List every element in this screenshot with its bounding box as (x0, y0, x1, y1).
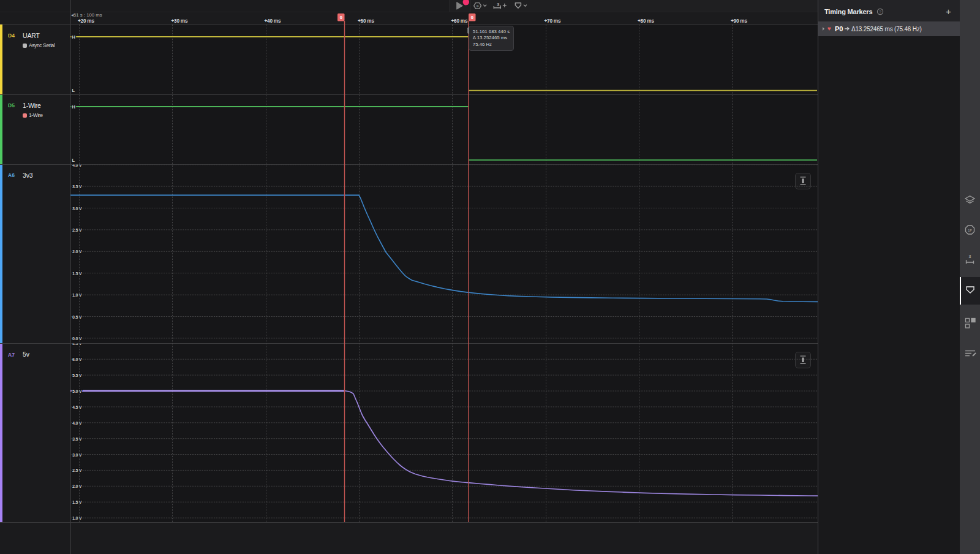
svg-text:6.5 V: 6.5 V (72, 341, 82, 346)
svg-text:4.5 V: 4.5 V (72, 404, 82, 410)
svg-text:2.5 V: 2.5 V (72, 468, 82, 473)
svg-text:2.0 V: 2.0 V (72, 484, 82, 489)
svg-text:0: 0 (471, 15, 473, 20)
svg-text:5.5 V: 5.5 V (72, 373, 82, 378)
svg-text:1F: 1F (968, 229, 972, 232)
svg-text:2.5 V: 2.5 V (72, 227, 82, 233)
svg-text:?: ? (879, 10, 881, 14)
svg-text:H: H (72, 34, 75, 40)
svg-text:+30 ms: +30 ms (172, 18, 188, 24)
svg-text:L: L (72, 157, 75, 163)
svg-text:6.0 V: 6.0 V (72, 357, 82, 362)
svg-text:1.0 V: 1.0 V (72, 515, 82, 521)
svg-text:◂51 s : 100 ms: ◂51 s : 100 ms (71, 12, 102, 18)
svg-text:0.5 V: 0.5 V (72, 314, 82, 320)
svg-text:0.0 V: 0.0 V (72, 336, 82, 341)
svg-text:0: 0 (340, 15, 342, 20)
svg-text:+70 ms: +70 ms (545, 18, 561, 24)
svg-text:1.5 V: 1.5 V (72, 271, 82, 276)
svg-text:IF: IF (476, 4, 480, 8)
svg-text:H: H (72, 104, 75, 110)
svg-text:3.5 V: 3.5 V (72, 184, 82, 189)
svg-text:2.0 V: 2.0 V (72, 249, 82, 254)
svg-text:3.0 V: 3.0 V (72, 452, 82, 458)
svg-text:4.0 V: 4.0 V (72, 420, 82, 426)
svg-text:+50 ms: +50 ms (358, 18, 374, 24)
svg-text:+90 ms: +90 ms (731, 18, 747, 24)
svg-text:1.5 V: 1.5 V (72, 499, 82, 505)
svg-text:+20 ms: +20 ms (78, 18, 94, 24)
svg-text:3: 3 (497, 2, 500, 7)
svg-text:3: 3 (969, 254, 971, 259)
svg-text:5.0 V: 5.0 V (72, 389, 82, 394)
svg-text:3.0 V: 3.0 V (72, 206, 82, 211)
svg-text:+40 ms: +40 ms (265, 18, 281, 24)
svg-text:3.5 V: 3.5 V (72, 436, 82, 442)
svg-text:+60 ms: +60 ms (451, 18, 468, 24)
svg-text:4.0 V: 4.0 V (72, 162, 82, 168)
svg-text:+80 ms: +80 ms (638, 18, 654, 24)
svg-text:L: L (72, 88, 75, 93)
svg-text:1.0 V: 1.0 V (72, 292, 82, 298)
